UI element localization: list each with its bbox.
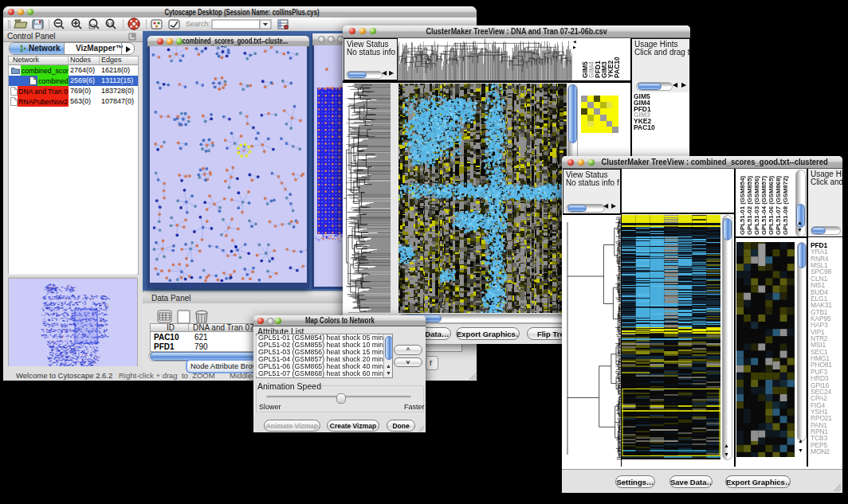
svg-text:Search:: Search: — [186, 20, 210, 28]
svg-text:1:1: 1:1 — [107, 21, 113, 26]
